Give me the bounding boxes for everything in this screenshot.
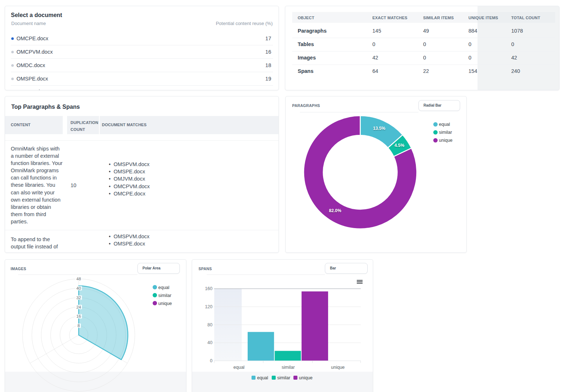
svg-text:equal: equal	[234, 365, 245, 370]
svg-text:13.5%: 13.5%	[373, 126, 385, 131]
svg-text:24: 24	[77, 305, 81, 309]
svg-text:8: 8	[78, 323, 80, 328]
svg-text:40: 40	[77, 286, 81, 290]
svg-text:equal: equal	[257, 375, 268, 380]
svg-text:82.0%: 82.0%	[329, 208, 341, 213]
svg-text:160: 160	[205, 286, 212, 291]
svg-text:4.5%: 4.5%	[394, 143, 405, 148]
svg-text:120: 120	[205, 304, 212, 309]
svg-text:40: 40	[207, 340, 212, 345]
svg-text:unique: unique	[299, 375, 313, 380]
svg-text:similar: similar	[277, 375, 290, 380]
svg-text:48: 48	[77, 277, 81, 281]
svg-text:16: 16	[77, 314, 81, 318]
svg-text:similar: similar	[282, 365, 295, 370]
svg-text:0: 0	[210, 358, 212, 363]
svg-text:80: 80	[207, 322, 212, 327]
svg-text:unique: unique	[331, 365, 345, 370]
svg-text:32: 32	[77, 296, 81, 300]
